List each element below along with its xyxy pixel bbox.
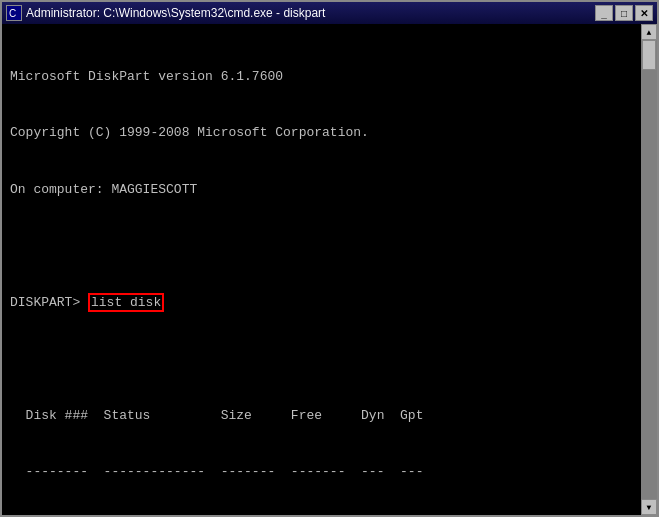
scroll-up-button[interactable]: ▲ bbox=[641, 24, 657, 40]
line-version: Microsoft DiskPart version 6.1.7600 bbox=[10, 68, 629, 87]
disk-divider: -------- ------------- ------- ------- -… bbox=[10, 463, 629, 482]
terminal-content: Microsoft DiskPart version 6.1.7600 Copy… bbox=[10, 30, 649, 515]
close-button[interactable]: ✕ bbox=[635, 5, 653, 21]
scrollbar-track[interactable] bbox=[641, 40, 657, 499]
cmd1: list disk bbox=[88, 293, 164, 312]
svg-text:C: C bbox=[9, 8, 16, 19]
scroll-down-button[interactable]: ▼ bbox=[641, 499, 657, 515]
scrollbar[interactable]: ▲ ▼ bbox=[641, 24, 657, 515]
line-blank2 bbox=[10, 350, 629, 369]
maximize-button[interactable]: □ bbox=[615, 5, 633, 21]
prompt-line1: DISKPART> list disk bbox=[10, 294, 629, 313]
prompt1: DISKPART> bbox=[10, 295, 88, 310]
minimize-button[interactable]: _ bbox=[595, 5, 613, 21]
title-bar: C Administrator: C:\Windows\System32\cmd… bbox=[2, 2, 657, 24]
window: C Administrator: C:\Windows\System32\cmd… bbox=[0, 0, 659, 517]
scrollbar-thumb[interactable] bbox=[642, 40, 656, 70]
window-title: Administrator: C:\Windows\System32\cmd.e… bbox=[26, 6, 595, 20]
disk-header: Disk ### Status Size Free Dyn Gpt bbox=[10, 407, 629, 426]
line-copyright: Copyright (C) 1999-2008 Microsoft Corpor… bbox=[10, 124, 629, 143]
line-computer: On computer: MAGGIESCOTT bbox=[10, 181, 629, 200]
terminal[interactable]: Microsoft DiskPart version 6.1.7600 Copy… bbox=[2, 24, 657, 515]
window-controls: _ □ ✕ bbox=[595, 5, 653, 21]
line-blank1 bbox=[10, 237, 629, 256]
app-icon: C bbox=[6, 5, 22, 21]
